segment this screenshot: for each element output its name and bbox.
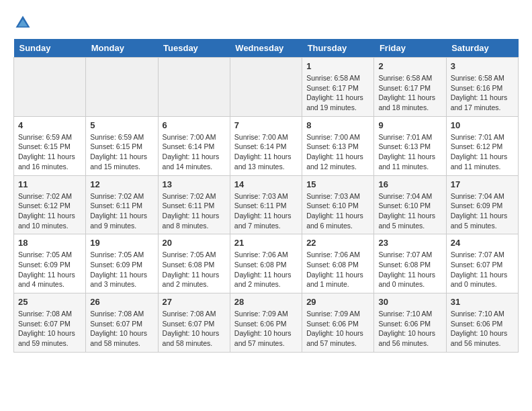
calendar-cell: 7Sunrise: 7:00 AM Sunset: 6:14 PM Daylig… [230,116,302,175]
day-number: 14 [234,179,298,189]
calendar-day-header: Saturday [446,39,518,58]
day-info: Sunrise: 7:07 AM Sunset: 6:07 PM Dayligh… [451,250,514,289]
calendar-cell: 22Sunrise: 7:06 AM Sunset: 6:08 PM Dayli… [302,234,374,293]
calendar-cell: 1Sunrise: 6:58 AM Sunset: 6:17 PM Daylig… [302,58,374,117]
calendar-cell: 12Sunrise: 7:02 AM Sunset: 6:11 PM Dayli… [86,175,158,234]
day-number: 4 [18,120,81,130]
calendar-week-row: 11Sunrise: 7:02 AM Sunset: 6:12 PM Dayli… [14,175,519,234]
calendar-table: SundayMondayTuesdayWednesdayThursdayFrid… [13,39,519,353]
calendar-day-header: Sunday [14,39,86,58]
calendar-cell: 4Sunrise: 6:59 AM Sunset: 6:15 PM Daylig… [14,116,86,175]
day-number: 16 [378,179,441,189]
day-number: 21 [234,238,298,248]
calendar-cell: 6Sunrise: 7:00 AM Sunset: 6:14 PM Daylig… [158,116,230,175]
day-number: 7 [234,120,298,130]
calendar-day-header: Monday [86,39,158,58]
calendar-cell: 29Sunrise: 7:09 AM Sunset: 6:06 PM Dayli… [302,293,374,353]
calendar-cell: 15Sunrise: 7:03 AM Sunset: 6:10 PM Dayli… [302,175,374,234]
day-number: 29 [306,297,369,307]
day-info: Sunrise: 7:01 AM Sunset: 6:13 PM Dayligh… [378,132,441,172]
day-info: Sunrise: 7:10 AM Sunset: 6:06 PM Dayligh… [451,309,514,349]
calendar-cell [230,58,302,117]
day-number: 3 [451,61,514,71]
day-info: Sunrise: 6:59 AM Sunset: 6:15 PM Dayligh… [18,132,81,172]
day-number: 8 [306,120,369,130]
calendar-cell: 26Sunrise: 7:08 AM Sunset: 6:07 PM Dayli… [86,293,158,353]
calendar-cell: 30Sunrise: 7:10 AM Sunset: 6:06 PM Dayli… [374,293,446,353]
day-info: Sunrise: 7:09 AM Sunset: 6:06 PM Dayligh… [306,309,369,349]
calendar-cell: 24Sunrise: 7:07 AM Sunset: 6:07 PM Dayli… [446,234,518,293]
day-info: Sunrise: 6:59 AM Sunset: 6:15 PM Dayligh… [90,132,153,172]
day-number: 5 [90,120,153,130]
calendar-cell: 31Sunrise: 7:10 AM Sunset: 6:06 PM Dayli… [446,293,518,353]
calendar-cell: 13Sunrise: 7:02 AM Sunset: 6:11 PM Dayli… [158,175,230,234]
day-info: Sunrise: 7:08 AM Sunset: 6:07 PM Dayligh… [18,309,81,349]
day-info: Sunrise: 7:02 AM Sunset: 6:12 PM Dayligh… [18,191,81,231]
day-number: 19 [90,238,153,248]
calendar-cell: 21Sunrise: 7:06 AM Sunset: 6:08 PM Dayli… [230,234,302,293]
day-number: 28 [234,297,298,307]
day-info: Sunrise: 7:00 AM Sunset: 6:14 PM Dayligh… [234,132,298,172]
calendar-cell [158,58,230,117]
day-number: 6 [163,120,226,130]
day-number: 23 [378,238,441,248]
calendar-cell: 18Sunrise: 7:05 AM Sunset: 6:09 PM Dayli… [14,234,86,293]
day-info: Sunrise: 6:58 AM Sunset: 6:17 PM Dayligh… [306,73,369,113]
day-number: 9 [378,120,441,130]
day-info: Sunrise: 7:04 AM Sunset: 6:09 PM Dayligh… [451,191,514,231]
day-info: Sunrise: 7:04 AM Sunset: 6:10 PM Dayligh… [378,191,441,231]
calendar-cell: 2Sunrise: 6:58 AM Sunset: 6:17 PM Daylig… [374,58,446,117]
day-info: Sunrise: 7:08 AM Sunset: 6:07 PM Dayligh… [90,309,153,349]
calendar-cell: 10Sunrise: 7:01 AM Sunset: 6:12 PM Dayli… [446,116,518,175]
calendar-cell [14,58,86,117]
logo-icon [13,13,32,32]
day-info: Sunrise: 7:06 AM Sunset: 6:08 PM Dayligh… [306,250,369,289]
day-number: 2 [378,61,441,71]
calendar-cell: 17Sunrise: 7:04 AM Sunset: 6:09 PM Dayli… [446,175,518,234]
day-number: 12 [90,179,153,189]
logo [13,13,35,32]
calendar-day-header: Tuesday [158,39,230,58]
day-info: Sunrise: 7:01 AM Sunset: 6:12 PM Dayligh… [451,132,514,172]
day-info: Sunrise: 7:05 AM Sunset: 6:08 PM Dayligh… [163,250,226,289]
calendar-cell [86,58,158,117]
day-info: Sunrise: 7:03 AM Sunset: 6:10 PM Dayligh… [306,191,369,231]
day-number: 11 [18,179,81,189]
calendar-cell: 28Sunrise: 7:09 AM Sunset: 6:06 PM Dayli… [230,293,302,353]
calendar-week-row: 25Sunrise: 7:08 AM Sunset: 6:07 PM Dayli… [14,293,519,353]
day-info: Sunrise: 7:02 AM Sunset: 6:11 PM Dayligh… [163,191,226,231]
day-number: 20 [163,238,226,248]
day-number: 13 [163,179,226,189]
calendar-day-header: Wednesday [230,39,302,58]
day-number: 22 [306,238,369,248]
day-info: Sunrise: 6:58 AM Sunset: 6:16 PM Dayligh… [451,73,514,113]
day-info: Sunrise: 7:03 AM Sunset: 6:11 PM Dayligh… [234,191,298,231]
calendar-cell: 27Sunrise: 7:08 AM Sunset: 6:07 PM Dayli… [158,293,230,353]
day-info: Sunrise: 7:05 AM Sunset: 6:09 PM Dayligh… [90,250,153,289]
day-info: Sunrise: 7:00 AM Sunset: 6:14 PM Dayligh… [163,132,226,172]
day-info: Sunrise: 7:06 AM Sunset: 6:08 PM Dayligh… [234,250,298,289]
day-info: Sunrise: 7:00 AM Sunset: 6:13 PM Dayligh… [306,132,369,172]
day-info: Sunrise: 7:02 AM Sunset: 6:11 PM Dayligh… [90,191,153,231]
day-number: 27 [163,297,226,307]
calendar-week-row: 4Sunrise: 6:59 AM Sunset: 6:15 PM Daylig… [14,116,519,175]
day-info: Sunrise: 6:58 AM Sunset: 6:17 PM Dayligh… [378,73,441,113]
calendar-cell: 14Sunrise: 7:03 AM Sunset: 6:11 PM Dayli… [230,175,302,234]
calendar-cell: 5Sunrise: 6:59 AM Sunset: 6:15 PM Daylig… [86,116,158,175]
calendar-cell: 19Sunrise: 7:05 AM Sunset: 6:09 PM Dayli… [86,234,158,293]
page-header [13,13,519,32]
day-number: 24 [451,238,514,248]
day-info: Sunrise: 7:10 AM Sunset: 6:06 PM Dayligh… [378,309,441,349]
day-number: 31 [451,297,514,307]
day-info: Sunrise: 7:08 AM Sunset: 6:07 PM Dayligh… [163,309,226,349]
calendar-cell: 25Sunrise: 7:08 AM Sunset: 6:07 PM Dayli… [14,293,86,353]
calendar-cell: 9Sunrise: 7:01 AM Sunset: 6:13 PM Daylig… [374,116,446,175]
day-number: 25 [18,297,81,307]
day-number: 30 [378,297,441,307]
calendar-week-row: 18Sunrise: 7:05 AM Sunset: 6:09 PM Dayli… [14,234,519,293]
calendar-cell: 8Sunrise: 7:00 AM Sunset: 6:13 PM Daylig… [302,116,374,175]
day-number: 1 [306,61,369,71]
calendar-day-header: Friday [374,39,446,58]
day-number: 10 [451,120,514,130]
day-number: 17 [451,179,514,189]
